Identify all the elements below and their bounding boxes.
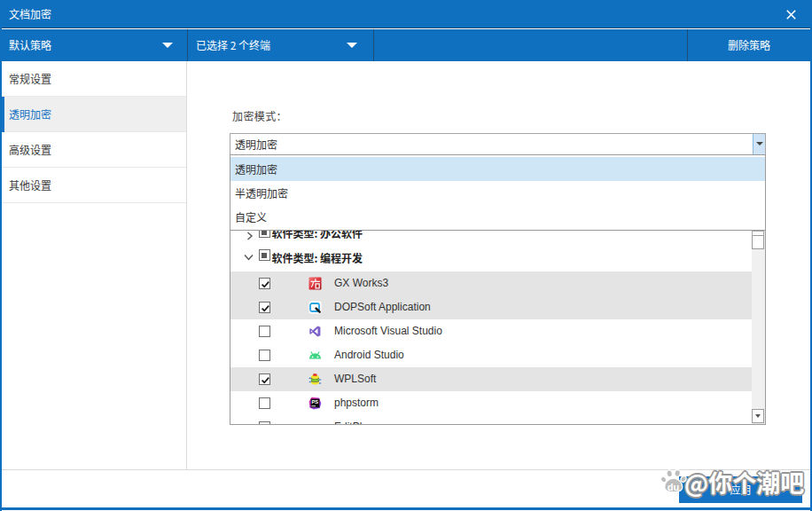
- svg-text:du: du: [668, 482, 679, 492]
- svg-text:PS: PS: [311, 399, 318, 405]
